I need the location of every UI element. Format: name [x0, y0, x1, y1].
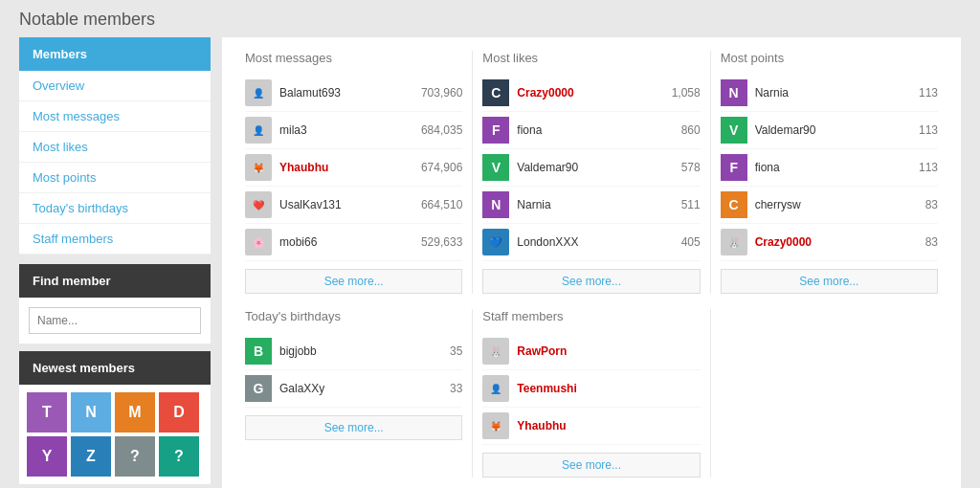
table-row: 💙 LondonXXX 405 [482, 224, 700, 261]
member-name[interactable]: Narnia [517, 198, 680, 211]
sidebar-nav-header: Members [19, 37, 211, 71]
member-avatar: 🌸 [245, 229, 272, 255]
table-row: 🐰 RawPorn [482, 333, 700, 370]
newest-avatar-6[interactable]: ? [115, 436, 155, 477]
content-area: Most messages 👤 Balamut693 703,960 👤 mil… [222, 37, 961, 488]
member-name[interactable]: Valdemar90 [755, 123, 919, 137]
most-messages-section: Most messages 👤 Balamut693 703,960 👤 mil… [235, 51, 473, 294]
table-row: V Valdemar90 578 [482, 149, 700, 187]
newest-avatar-4[interactable]: Y [27, 436, 67, 477]
member-name[interactable]: Crazy0000 [755, 235, 925, 249]
member-name[interactable]: cherrysw [755, 198, 925, 211]
member-count: 405 [681, 235, 701, 249]
table-row: 🦊 Yhaubhu 674,906 [245, 149, 462, 187]
staff-section: Staff members 🐰 RawPorn 👤 Teenmushi 🦊 Yh… [473, 309, 710, 477]
table-row: G GalaXXy 33 [245, 370, 462, 408]
newest-avatar-7[interactable]: ? [159, 436, 199, 477]
newest-avatar-3[interactable]: D [159, 392, 199, 433]
staff-name[interactable]: Teenmushi [517, 382, 700, 395]
member-name[interactable]: Valdemar90 [517, 161, 680, 174]
member-avatar-letter: C [482, 79, 509, 106]
page-title: Notable members [19, 10, 961, 30]
member-count: 511 [681, 198, 701, 211]
member-count: 113 [919, 86, 938, 100]
most-points-section: Most points N Narnia 113 V Valdemar90 11… [711, 51, 947, 294]
member-name[interactable]: Crazy0000 [517, 86, 671, 100]
birthdays-see-more[interactable]: See more... [245, 415, 462, 440]
table-row: 🌸 mobi66 529,633 [245, 224, 462, 261]
table-row: N Narnia 511 [482, 187, 700, 224]
member-name[interactable]: UsalKav131 [279, 198, 421, 211]
find-member-header: Find member [19, 264, 211, 298]
member-count: 113 [919, 161, 938, 174]
member-avatar: 👤 [245, 79, 272, 106]
member-count: 83 [925, 235, 938, 249]
sidebar-item-overview[interactable]: Overview [19, 71, 211, 101]
sidebar-item-most-messages[interactable]: Most messages [19, 101, 211, 132]
member-name[interactable]: fiona [755, 161, 919, 174]
newest-members-header: Newest members [19, 351, 211, 385]
member-count: 1,058 [672, 86, 701, 100]
member-name[interactable]: GalaXXy [279, 382, 450, 395]
newest-avatar-0[interactable]: T [27, 392, 67, 433]
member-name[interactable]: LondonXXX [517, 235, 680, 249]
newest-avatar-2[interactable]: M [115, 392, 155, 433]
member-avatar-letter: F [721, 154, 747, 181]
staff-name[interactable]: RawPorn [517, 344, 700, 358]
member-count: 684,035 [421, 123, 462, 137]
most-messages-see-more[interactable]: See more... [245, 269, 462, 294]
member-count: 703,960 [421, 86, 462, 100]
member-avatar-letter: V [721, 117, 747, 144]
table-row: F fiona 113 [721, 149, 938, 187]
member-name[interactable]: bigjobb [279, 344, 450, 358]
member-avatar-letter: G [245, 375, 272, 402]
table-row: C cherrysw 83 [721, 187, 938, 224]
member-name[interactable]: Narnia [755, 86, 919, 100]
member-avatar-letter: F [482, 117, 509, 144]
table-row: N Narnia 113 [721, 75, 938, 112]
table-row: 👤 Teenmushi [482, 370, 700, 408]
member-name[interactable]: Yhaubhu [279, 161, 421, 174]
member-count: 35 [450, 344, 462, 358]
sidebar: Members Overview Most messages Most like… [19, 37, 211, 488]
table-row: B bigjobb 35 [245, 333, 462, 370]
staff-name[interactable]: Yhaubhu [517, 419, 700, 433]
member-count: 664,510 [421, 198, 462, 211]
most-points-see-more[interactable]: See more... [721, 269, 938, 294]
member-avatar: 🦊 [245, 154, 272, 181]
most-messages-title: Most messages [245, 51, 462, 65]
member-avatar: ❤️ [245, 191, 272, 218]
staff-title: Staff members [482, 309, 700, 323]
member-name[interactable]: fiona [517, 123, 680, 137]
member-count: 33 [450, 382, 462, 395]
member-name[interactable]: Balamut693 [279, 86, 421, 100]
member-name[interactable]: mobi66 [279, 235, 421, 249]
member-avatar-letter: N [482, 191, 509, 218]
member-count: 83 [925, 198, 938, 211]
sidebar-item-most-likes[interactable]: Most likes [19, 132, 211, 163]
find-member-input[interactable] [29, 307, 201, 334]
sidebar-item-most-points[interactable]: Most points [19, 163, 211, 193]
member-name[interactable]: mila3 [279, 123, 421, 137]
member-count: 529,633 [421, 235, 462, 249]
member-avatar: 🐰 [721, 229, 747, 255]
newest-avatar-1[interactable]: N [71, 392, 111, 433]
most-likes-title: Most likes [482, 51, 700, 65]
sidebar-item-staff[interactable]: Staff members [19, 224, 211, 255]
newest-avatars: T N M D Y Z ? ? [19, 385, 211, 484]
member-avatar-letter: B [245, 338, 272, 365]
member-avatar: 👤 [245, 117, 272, 144]
table-row: ❤️ UsalKav131 664,510 [245, 187, 462, 224]
table-row: 🐰 Crazy0000 83 [721, 224, 938, 261]
member-count: 860 [681, 123, 701, 137]
staff-see-more[interactable]: See more... [482, 453, 700, 477]
newest-avatar-5[interactable]: Z [71, 436, 111, 477]
most-likes-see-more[interactable]: See more... [482, 269, 700, 294]
member-avatar-letter: N [721, 79, 747, 106]
member-avatar: 💙 [482, 229, 509, 255]
member-count: 113 [919, 123, 938, 137]
most-likes-section: Most likes C Crazy0000 1,058 F fiona 860… [473, 51, 710, 294]
member-avatar: 🐰 [482, 338, 509, 365]
table-row: C Crazy0000 1,058 [482, 75, 700, 112]
sidebar-item-birthdays[interactable]: Today's birthdays [19, 193, 211, 224]
